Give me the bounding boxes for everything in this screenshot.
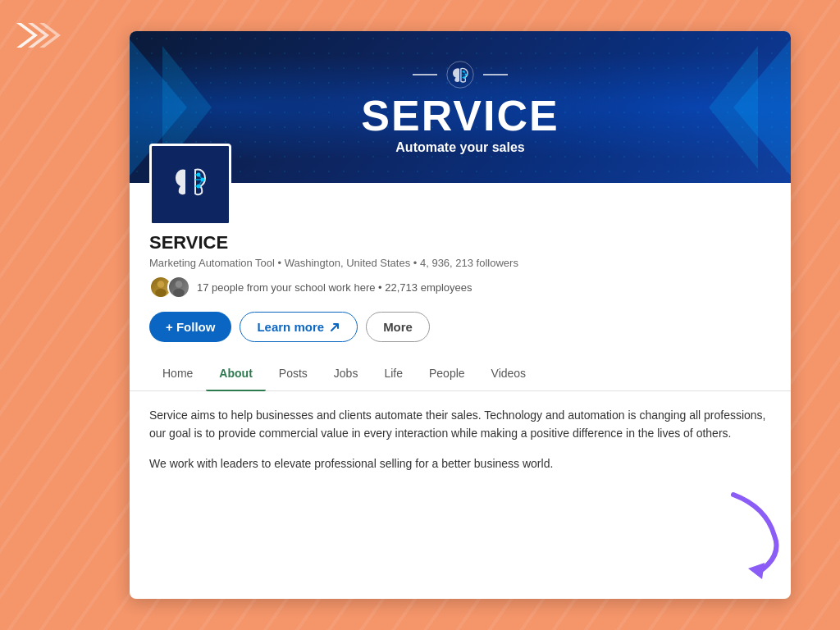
banner-line-right xyxy=(483,74,508,75)
about-paragraph-2: We work with leaders to elevate professi… xyxy=(149,454,771,472)
tab-videos[interactable]: Videos xyxy=(478,357,540,391)
employees-text: 17 people from your school work here • 2… xyxy=(197,281,472,294)
profile-info: SERVICE Marketing Automation Tool • Wash… xyxy=(149,183,771,342)
company-name: SERVICE xyxy=(149,232,771,253)
company-meta: Marketing Automation Tool • Washington, … xyxy=(149,257,771,269)
app-logo xyxy=(15,15,64,59)
follow-button[interactable]: + Follow xyxy=(149,312,231,342)
banner-line-left xyxy=(413,74,437,75)
brain-circuit-icon xyxy=(445,60,475,89)
about-section: Service aims to help businesses and clie… xyxy=(130,391,791,499)
tab-life[interactable]: Life xyxy=(371,357,416,391)
svg-point-1 xyxy=(447,61,473,87)
avatar-stack xyxy=(149,276,190,299)
arrow-decoration xyxy=(717,491,791,581)
employees-row: 17 people from your school work here • 2… xyxy=(149,276,771,299)
learn-more-label: Learn more xyxy=(257,320,324,334)
banner-title: SERVICE xyxy=(361,94,559,137)
company-logo-icon xyxy=(161,155,220,214)
svg-point-21 xyxy=(176,281,183,288)
tab-people[interactable]: People xyxy=(416,357,478,391)
tab-posts[interactable]: Posts xyxy=(266,357,321,391)
learn-more-button[interactable]: Learn more xyxy=(240,312,358,342)
svg-rect-10 xyxy=(161,155,220,214)
banner-content: SERVICE Automate your sales xyxy=(361,60,559,155)
profile-card: SERVICE Automate your sales SERVICE xyxy=(130,31,791,599)
external-link-icon xyxy=(329,322,340,333)
svg-point-20 xyxy=(155,289,167,297)
svg-point-19 xyxy=(158,281,165,288)
tab-jobs[interactable]: Jobs xyxy=(321,357,372,391)
banner-subtitle: Automate your sales xyxy=(361,140,559,155)
more-button[interactable]: More xyxy=(366,312,430,342)
tab-about[interactable]: About xyxy=(206,357,265,391)
svg-point-22 xyxy=(173,289,185,297)
about-paragraph-1: Service aims to help businesses and clie… xyxy=(149,406,771,443)
avatar xyxy=(167,276,190,299)
svg-marker-0 xyxy=(748,563,765,579)
chevron-right-2 xyxy=(709,46,758,169)
profile-section: SERVICE Marketing Automation Tool • Wash… xyxy=(130,183,791,391)
banner-icon-row xyxy=(361,60,559,89)
action-buttons: + Follow Learn more More xyxy=(149,312,771,342)
svg-line-5 xyxy=(463,71,466,75)
nav-tabs: Home About Posts Jobs Life People Videos xyxy=(130,357,791,391)
company-logo xyxy=(149,144,231,226)
tab-home[interactable]: Home xyxy=(149,357,206,391)
